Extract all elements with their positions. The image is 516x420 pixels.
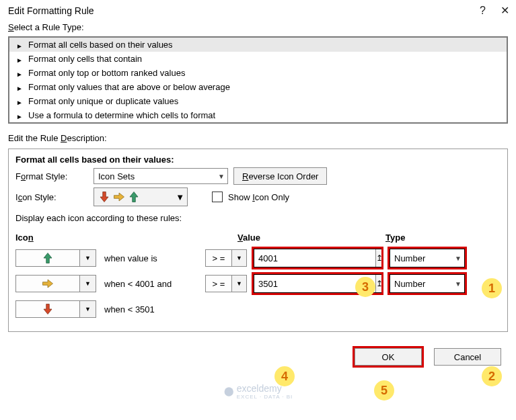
callout-badge: 5 [374, 380, 394, 401]
ok-button[interactable]: OK [355, 348, 422, 366]
rule-type-text: Format only unique or duplicate values [28, 96, 178, 106]
col-type-header: Type [385, 233, 473, 243]
svg-point-0 [224, 387, 233, 396]
logo-icon [223, 386, 234, 397]
watermark-sub: EXCEL · DATA · BI [237, 394, 293, 400]
rule-row: ▼ when value is > = ▼ ↥ Number ▼ [15, 248, 501, 268]
rule-icon-combo[interactable]: ▼ [15, 249, 96, 267]
help-icon[interactable]: ? [480, 5, 486, 17]
rules-header: Icon Value Type [15, 233, 501, 243]
bullet-icon: ► [16, 42, 24, 48]
rule-type-item[interactable]: ► Format all cells based on their values [9, 38, 507, 52]
rule-when-text: when < 4001 and [104, 279, 205, 289]
rule-type-text: Format all cells based on their values [28, 40, 173, 50]
rule-type-text: Format only top or bottom ranked values [28, 68, 185, 78]
chevron-down-icon: ▼ [79, 301, 96, 317]
chevron-down-icon: ▼ [231, 250, 246, 266]
rule-operator-combo[interactable]: > = ▼ [205, 249, 247, 267]
cancel-button[interactable]: Cancel [434, 348, 501, 366]
titlebar: Edit Formatting Rule ? ✕ [0, 0, 516, 19]
bullet-icon: ► [16, 85, 24, 90]
rule-type-item[interactable]: ► Format only unique or duplicate values [9, 94, 507, 108]
rule-operator-value: > = [206, 250, 231, 266]
icon-style-label: Icon Style: [15, 192, 88, 202]
arrow-right-icon [113, 191, 125, 203]
rules-intro: Display each icon according to these rul… [15, 213, 501, 223]
rule-when-text: when < 3501 [104, 304, 205, 314]
col-value-header: Value [237, 233, 385, 243]
rule-operator-combo[interactable]: > = ▼ [205, 275, 247, 292]
rule-row: ▼ when < 4001 and > = ▼ ↥ Number ▼ [15, 274, 501, 294]
rule-when-text: when value is [104, 253, 205, 263]
icon-set-preview [98, 191, 140, 203]
select-rule-type-label: Select a Rule Type: [0, 19, 516, 34]
callout-badge: 4 [274, 366, 295, 386]
rule-type-item[interactable]: ► Format only cells that contain [9, 52, 507, 66]
show-icon-only-checkbox[interactable] [212, 192, 223, 202]
bullet-icon: ► [16, 71, 24, 76]
reverse-icon-order-button[interactable]: Reverse Icon Order [233, 167, 327, 185]
bullet-icon: ► [16, 56, 24, 62]
arrow-up-icon [42, 252, 54, 264]
chevron-down-icon: ▼ [79, 276, 96, 292]
arrow-right-icon [42, 278, 54, 290]
rule-type-value: Number [394, 279, 425, 289]
dialog-footer: OK Cancel [0, 339, 516, 372]
rule-description-panel: Format all cells based on their values: … [8, 149, 508, 332]
rule-value-input[interactable] [254, 249, 375, 267]
arrow-down-icon [42, 303, 54, 315]
rule-type-item[interactable]: ► Format only values that are above or b… [9, 80, 507, 94]
rule-type-combo[interactable]: Number ▼ [390, 274, 465, 293]
callout-badge: 3 [355, 277, 375, 297]
rule-icon-combo[interactable]: ▼ [15, 300, 96, 318]
rule-value-field[interactable]: ↥ [254, 249, 381, 267]
range-selector-icon[interactable]: ↥ [375, 275, 383, 292]
rule-type-item[interactable]: ► Use a formula to determine which cells… [9, 108, 507, 122]
chevron-down-icon: ▼ [79, 250, 96, 266]
chevron-down-icon: ▼ [176, 192, 184, 202]
rule-row: ▼ when < 3501 [15, 299, 501, 319]
reverse-icon-order-label: Reverse Icon Order [242, 171, 318, 181]
callout-badge: 1 [482, 278, 502, 298]
rule-type-item[interactable]: ► Format only top or bottom ranked value… [9, 66, 507, 80]
callout-badge: 2 [482, 366, 502, 386]
icon-style-combo[interactable]: ▼ [94, 187, 188, 206]
window-title: Edit Formatting Rule [8, 5, 94, 16]
rule-type-text: Format only cells that contain [28, 54, 142, 64]
rule-type-text: Format only values that are above or bel… [28, 82, 230, 92]
format-style-combo[interactable]: Icon Sets ▼ [94, 168, 228, 184]
arrow-up-icon [128, 191, 140, 203]
rule-operator-value: > = [206, 276, 231, 292]
rule-icon-combo[interactable]: ▼ [15, 275, 96, 292]
chevron-down-icon: ▼ [218, 173, 225, 180]
close-icon[interactable]: ✕ [501, 4, 509, 17]
chevron-down-icon: ▼ [231, 276, 246, 292]
chevron-down-icon: ▼ [455, 255, 462, 262]
col-icon-header: Icon [15, 233, 237, 243]
format-style-label: Format Style: [15, 171, 88, 181]
arrow-down-icon [98, 191, 110, 203]
format-style-value: Icon Sets [98, 171, 135, 181]
desc-heading: Format all cells based on their values: [15, 155, 501, 165]
range-selector-icon[interactable]: ↥ [375, 249, 383, 267]
bullet-icon: ► [16, 99, 24, 104]
rule-type-combo[interactable]: Number ▼ [390, 249, 465, 267]
chevron-down-icon: ▼ [455, 280, 462, 288]
rule-type-text: Use a formula to determine which cells t… [28, 110, 215, 120]
bullet-icon: ► [16, 113, 24, 118]
show-icon-only-label: Show Icon Only [228, 192, 289, 202]
edit-rule-description-label: Edit the Rule Description: [0, 130, 516, 144]
rule-type-value: Number [394, 253, 425, 263]
rule-type-list[interactable]: ► Format all cells based on their values… [8, 36, 508, 124]
